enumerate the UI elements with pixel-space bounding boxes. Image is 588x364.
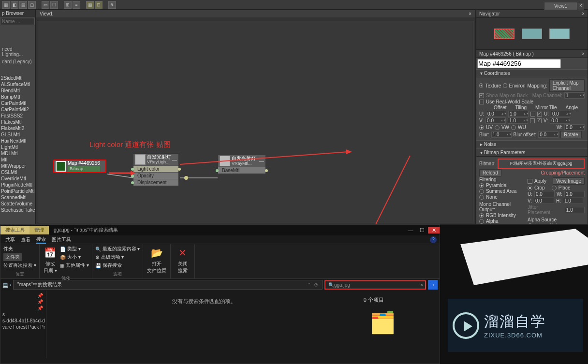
- light-node[interactable]: 自发光射灯VRayLigh...— Light color Opacity Di…: [133, 153, 179, 186]
- material-item[interactable]: Mtl: [0, 157, 35, 163]
- tool-btn[interactable]: ◧: [11, 1, 18, 9]
- texture-radio[interactable]: [479, 83, 483, 88]
- spinner[interactable]: 1.0▲▼: [508, 117, 528, 124]
- ribbon-item[interactable]: 🔍 最近的搜索内容 ▾: [95, 245, 140, 253]
- search-go-button[interactable]: →: [428, 280, 438, 290]
- basemtl-slot[interactable]: BaseMtl: [218, 167, 265, 174]
- ribbon-item[interactable]: 位置再次搜索 ▾: [3, 262, 36, 269]
- material-item[interactable]: FlakesMtl2: [0, 125, 35, 131]
- material-item[interactable]: OverrideMtl: [0, 175, 35, 182]
- ribbon-tab[interactable]: 图片工具: [52, 236, 71, 243]
- vw-radio[interactable]: [495, 125, 500, 130]
- map-channel-spinner[interactable]: 1▲▼: [564, 92, 585, 99]
- spinner[interactable]: 0.0▲▼: [550, 117, 570, 124]
- spinner[interactable]: 1.0▲▼: [491, 131, 512, 138]
- ribbon-tab[interactable]: 查看: [21, 236, 30, 243]
- tool-btn[interactable]: ▦: [86, 1, 94, 9]
- ribbon-button[interactable]: 📅 修改日期 ▾: [43, 245, 58, 275]
- material-item[interactable]: BlendMtl: [0, 87, 35, 94]
- environ-radio[interactable]: [503, 83, 507, 88]
- reload-button[interactable]: Reload: [479, 169, 501, 176]
- uv-radio[interactable]: [479, 125, 484, 130]
- help-icon[interactable]: ?: [430, 236, 437, 243]
- rollout-header[interactable]: ▸ Noise: [476, 140, 588, 148]
- maximize-button[interactable]: ☐: [416, 227, 428, 233]
- close-button[interactable]: ✕: [428, 227, 440, 233]
- material-item[interactable]: FastSSS2: [0, 113, 35, 119]
- rotate-button[interactable]: Rotate: [560, 131, 581, 138]
- material-item[interactable]: MtlWrapper: [0, 163, 35, 169]
- close-icon[interactable]: ×: [582, 51, 585, 57]
- ribbon-item[interactable]: ⚙ 高级选项 ▾: [95, 253, 124, 261]
- search-input[interactable]: 🔍 gga.jpg ×: [324, 280, 426, 290]
- context-tab[interactable]: 搜索工具: [0, 226, 29, 234]
- node-view[interactable]: View1×: [35, 10, 476, 225]
- material-item[interactable]: OSLMtl: [0, 169, 35, 175]
- rollout-header[interactable]: ▾ Coordinates: [476, 69, 588, 77]
- material-item[interactable]: LightMtl: [0, 144, 35, 150]
- tool-btn[interactable]: ☐: [50, 1, 58, 9]
- bitmap-path-button[interactable]: F:\贴图材质库\外景\白天\gga.jpg: [498, 159, 585, 169]
- map-name-field[interactable]: [477, 59, 561, 68]
- material-item[interactable]: BumpMtl: [0, 94, 35, 100]
- ribbon-item[interactable]: 📦 大小 ▾: [60, 253, 89, 261]
- tool-btn[interactable]: ≡: [73, 1, 80, 9]
- nav-thumb[interactable]: [522, 29, 542, 39]
- material-item[interactable]: PluginNodeMtl: [0, 182, 35, 188]
- realworld-check[interactable]: [479, 100, 484, 104]
- tool-btn[interactable]: ▤: [19, 1, 27, 9]
- material-item[interactable]: CarPaintMtl2: [0, 106, 35, 113]
- view-tab[interactable]: View1: [544, 2, 577, 10]
- material-item[interactable]: CarPaintMtl: [0, 100, 35, 106]
- rollout-header[interactable]: ▾ Bitmap Parameters: [476, 148, 588, 157]
- tool-btn[interactable]: ↯: [108, 1, 116, 9]
- pc-icon[interactable]: 💻 ›: [2, 282, 11, 288]
- tool-btn[interactable]: ⊡: [95, 1, 103, 9]
- browser-category[interactable]: dard (Legacy): [0, 58, 35, 65]
- material-item[interactable]: ScatterVolume: [0, 201, 35, 207]
- bitmap-node[interactable]: Map #4469256Bitmap: [53, 160, 106, 173]
- material-item[interactable]: GLSLMtl: [0, 131, 35, 138]
- tool-btn[interactable]: ▭: [42, 1, 49, 9]
- context-tab[interactable]: 管理: [29, 226, 49, 234]
- spinner[interactable]: 1.0▲▼: [508, 111, 529, 117]
- tool-btn[interactable]: ▢: [28, 1, 36, 9]
- ribbon-item[interactable]: 文件夹: [3, 253, 22, 261]
- close-icon[interactable]: ×: [582, 11, 585, 16]
- nav-thumb[interactable]: [549, 29, 570, 39]
- search-input[interactable]: [0, 18, 35, 25]
- spinner[interactable]: 0.0▲▼: [486, 111, 506, 117]
- wu-radio[interactable]: [511, 125, 516, 130]
- material-item[interactable]: ALSurfaceMtl: [0, 81, 35, 87]
- material-item[interactable]: MDLMtl: [0, 150, 35, 157]
- tool-btn[interactable]: ▦: [2, 1, 10, 9]
- spinner[interactable]: 0.0▲▼: [564, 124, 585, 131]
- material-item[interactable]: StochasticFlake...: [0, 207, 35, 213]
- ribbon-item[interactable]: ▦ 其他属性 ▾: [60, 262, 89, 269]
- ribbon-item[interactable]: 件夹: [3, 245, 13, 253]
- mtl-node[interactable]: 自发光射灯VRayMtl...— BaseMtl: [218, 155, 266, 174]
- material-item[interactable]: 2SidedMtl: [0, 75, 35, 81]
- material-item[interactable]: HairNextMtl: [0, 138, 35, 144]
- material-item[interactable]: ScannedMtl: [0, 194, 35, 201]
- close-icon[interactable]: ×: [577, 3, 584, 10]
- ribbon-item[interactable]: 📄 类型 ▾: [60, 245, 89, 253]
- breadcrumb[interactable]: "maps"中的搜索结果 ˅ ⟳: [13, 280, 323, 290]
- clear-icon[interactable]: ×: [420, 282, 423, 288]
- tool-btn[interactable]: ⊞: [64, 1, 72, 9]
- spinner[interactable]: 0.0▲▼: [551, 111, 571, 117]
- mapping-dropdown[interactable]: Explicit Map Channel: [549, 79, 585, 92]
- view-image-button[interactable]: View Image: [553, 177, 585, 185]
- browser-category[interactable]: nced Lighting...: [0, 45, 35, 58]
- material-item[interactable]: PointParticleMtl: [0, 188, 35, 194]
- minimize-button[interactable]: —: [405, 227, 416, 233]
- nav-thumb[interactable]: [494, 29, 514, 39]
- close-icon[interactable]: ×: [469, 11, 471, 16]
- close-search-button[interactable]: ✕ 关闭搜索: [174, 245, 191, 275]
- spinner[interactable]: 0.0▲▼: [538, 131, 559, 138]
- ribbon-item[interactable]: 💾 保存搜索: [95, 262, 122, 269]
- light-color-slot[interactable]: Light color: [133, 165, 178, 172]
- spinner[interactable]: 0.0▲▼: [485, 117, 506, 124]
- ribbon-tab[interactable]: 共享: [5, 236, 15, 243]
- material-item[interactable]: FlakesMtl: [0, 119, 35, 125]
